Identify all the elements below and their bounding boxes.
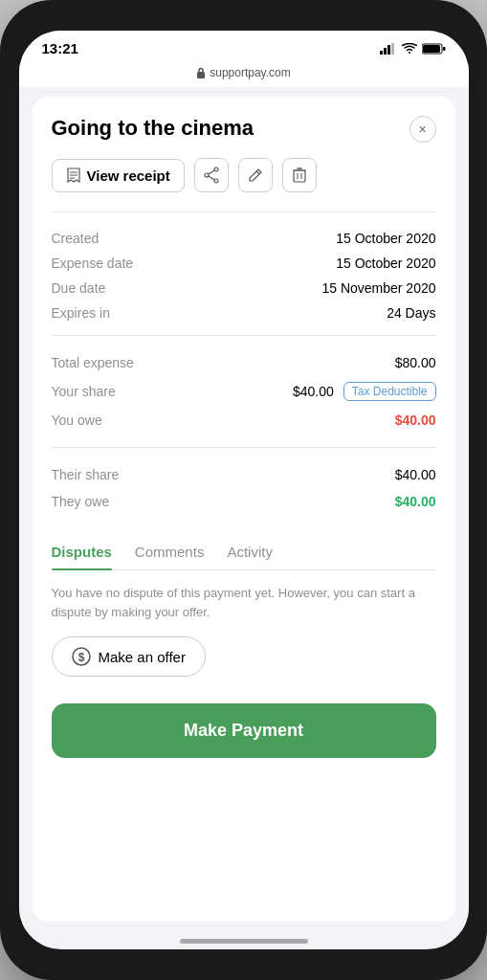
view-receipt-label: View receipt	[87, 167, 170, 184]
browser-url: supportpay.com	[196, 66, 291, 79]
svg-rect-6	[443, 47, 446, 51]
home-indicator	[180, 939, 308, 944]
expense-date-label: Expense date	[52, 256, 157, 271]
edit-button[interactable]	[238, 158, 273, 192]
you-owe-row: You owe $40.00	[52, 407, 436, 434]
tab-comments-label: Comments	[135, 544, 205, 560]
svg-rect-1	[384, 48, 387, 55]
status-time: 13:21	[42, 40, 78, 56]
action-bar: View receipt	[52, 158, 436, 192]
status-bar: 13:21	[19, 31, 469, 62]
svg-rect-2	[387, 45, 390, 55]
svg-rect-5	[423, 45, 440, 53]
they-owe-value: $40.00	[395, 494, 436, 509]
total-expense-row: Total expense $80.00	[52, 349, 436, 376]
svg-rect-17	[294, 170, 305, 182]
battery-icon	[422, 43, 446, 55]
share-button[interactable]	[194, 158, 229, 192]
tab-disputes-label: Disputes	[52, 544, 112, 560]
you-owe-value: $40.00	[395, 412, 436, 428]
close-button[interactable]: ×	[410, 116, 436, 143]
tab-activity-label: Activity	[227, 544, 273, 560]
expires-label: Expires in	[52, 305, 157, 321]
you-owe-label: You owe	[52, 412, 102, 428]
section-divider-1	[52, 335, 436, 336]
svg-point-12	[205, 173, 209, 177]
view-receipt-button[interactable]: View receipt	[52, 159, 185, 192]
signal-icon	[380, 43, 397, 55]
lock-icon	[196, 67, 206, 78]
make-offer-button[interactable]: $ Make an offer	[52, 636, 206, 677]
svg-point-11	[214, 167, 218, 171]
edit-icon	[248, 167, 263, 183]
they-owe-row: They owe $40.00	[52, 488, 436, 515]
created-label: Created	[52, 231, 157, 246]
detail-row-created: Created 15 October 2020	[52, 226, 436, 251]
created-value: 15 October 2020	[336, 231, 435, 246]
wifi-icon	[402, 43, 417, 55]
content: Going to the cinema × View receipt	[19, 87, 469, 931]
modal-title: Going to the cinema	[52, 116, 410, 141]
section-divider-2	[52, 447, 436, 448]
your-share-value-group: $40.00 Tax Deductible	[293, 382, 436, 401]
your-share-label: Your share	[52, 384, 116, 399]
their-financial-section: Their share $40.00 They owe $40.00	[52, 457, 436, 519]
delete-button[interactable]	[282, 158, 317, 192]
total-expense-label: Total expense	[52, 355, 134, 370]
status-icons	[380, 43, 446, 55]
modal-header: Going to the cinema ×	[52, 116, 436, 143]
modal-card: Going to the cinema × View receipt	[33, 97, 455, 922]
phone-frame: 13:21	[0, 0, 487, 980]
detail-row-due-date: Due date 15 November 2020	[52, 276, 436, 301]
url-text: supportpay.com	[210, 66, 291, 79]
trash-icon	[293, 167, 306, 183]
make-payment-button[interactable]: Make Payment	[52, 703, 436, 758]
they-owe-label: They owe	[52, 494, 110, 509]
detail-row-expense-date: Expense date 15 October 2020	[52, 251, 436, 276]
total-expense-value: $80.00	[395, 355, 436, 370]
tab-disputes[interactable]: Disputes	[52, 534, 112, 569]
svg-point-13	[214, 179, 218, 183]
svg-line-14	[209, 170, 214, 174]
due-date-label: Due date	[52, 280, 157, 296]
svg-rect-7	[197, 72, 205, 78]
their-share-value: $40.00	[395, 467, 436, 482]
svg-text:$: $	[77, 651, 84, 664]
your-share-row: Your share $40.00 Tax Deductible	[52, 376, 436, 407]
svg-rect-0	[380, 51, 383, 55]
phone-screen: 13:21	[19, 31, 469, 949]
make-offer-label: Make an offer	[99, 649, 186, 665]
svg-line-15	[209, 176, 214, 180]
svg-rect-3	[391, 43, 394, 55]
tabs-container: Disputes Comments Activity	[52, 534, 436, 570]
receipt-icon	[66, 167, 81, 183]
browser-bar: supportpay.com	[19, 62, 469, 87]
financial-section: Total expense $80.00 Your share $40.00 T…	[52, 345, 436, 437]
expires-value: 24 Days	[387, 305, 435, 321]
due-date-value: 15 November 2020	[321, 280, 435, 296]
detail-row-expires: Expires in 24 Days	[52, 301, 436, 325]
tab-activity[interactable]: Activity	[227, 534, 273, 569]
their-share-label: Their share	[52, 467, 120, 482]
details-section: Created 15 October 2020 Expense date 15 …	[52, 212, 436, 325]
tax-deductible-badge: Tax Deductible	[343, 382, 436, 401]
their-share-row: Their share $40.00	[52, 461, 436, 488]
share-icon	[204, 167, 219, 184]
expense-date-value: 15 October 2020	[336, 256, 435, 271]
tab-comments[interactable]: Comments	[135, 534, 205, 569]
your-share-value: $40.00	[293, 384, 334, 399]
dispute-message: You have no dispute of this payment yet.…	[52, 584, 436, 621]
svg-line-16	[256, 171, 259, 174]
dollar-circle-icon: $	[72, 647, 91, 666]
